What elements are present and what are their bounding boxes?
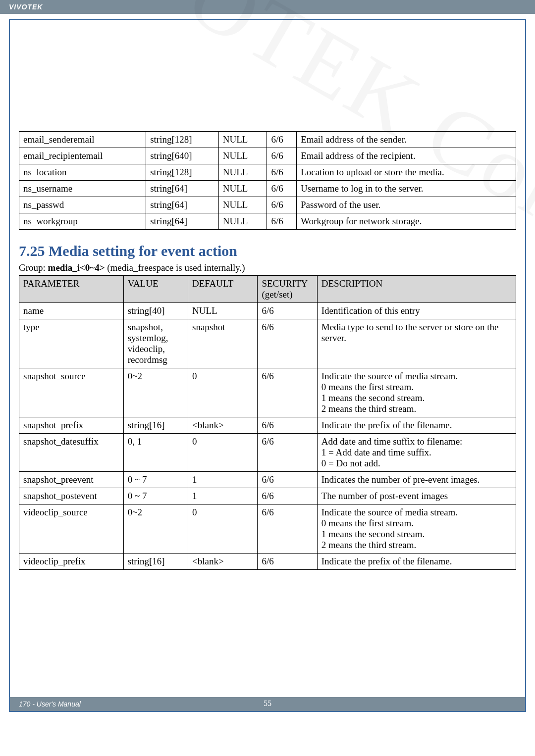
cell-p: type bbox=[19, 319, 124, 368]
cell-d: NULL bbox=[218, 164, 267, 181]
cell-p: snapshot_prefix bbox=[19, 417, 124, 434]
cell-v: string[16] bbox=[123, 554, 188, 570]
cell-s: 6/6 bbox=[267, 197, 297, 213]
cell-s: 6/6 bbox=[258, 472, 317, 488]
table-row: ns_locationstring[128]NULL6/6Location to… bbox=[19, 164, 516, 181]
cell-d: NULL bbox=[218, 132, 267, 148]
cell-v: 0, 1 bbox=[123, 434, 188, 472]
cell-s: 6/6 bbox=[258, 504, 317, 554]
table-row: snapshot_preevent0 ~ 716/6Indicates the … bbox=[19, 472, 516, 488]
cell-d: 1 bbox=[188, 472, 258, 488]
cell-desc: Email address of the sender. bbox=[297, 132, 516, 148]
cell-v: string[128] bbox=[146, 164, 219, 181]
cell-d: 1 bbox=[188, 488, 258, 504]
group-note-bold: media_i<0~4> bbox=[48, 262, 105, 273]
cell-p: ns_username bbox=[19, 181, 146, 197]
cell-s: 6/6 bbox=[258, 319, 317, 368]
col-parameter: PARAMETER bbox=[19, 276, 124, 303]
cell-desc: Password of the user. bbox=[297, 197, 516, 213]
cell-p: email_senderemail bbox=[19, 132, 146, 148]
col-security: SECURITY (get/set) bbox=[258, 276, 317, 303]
cell-d: NULL bbox=[218, 181, 267, 197]
table-row: snapshot_source0~206/6Indicate the sourc… bbox=[19, 368, 516, 417]
cell-desc: Username to log in to the server. bbox=[297, 181, 516, 197]
cell-v: string[128] bbox=[146, 132, 219, 148]
cell-d: NULL bbox=[218, 213, 267, 230]
cell-s: 6/6 bbox=[258, 417, 317, 434]
cell-d: 0 bbox=[188, 368, 258, 417]
table-row: videoclip_prefixstring[16]<blank>6/6Indi… bbox=[19, 554, 516, 570]
cell-d: <blank> bbox=[188, 554, 258, 570]
cell-d: 0 bbox=[188, 504, 258, 554]
cell-desc: Indicate the prefix of the filename. bbox=[317, 417, 516, 434]
brand-header: VIVOTEK bbox=[0, 0, 535, 14]
cell-s: 6/6 bbox=[258, 554, 317, 570]
cell-desc: Identification of this entry bbox=[317, 303, 516, 319]
cell-v: string[64] bbox=[146, 213, 219, 230]
cell-d: <blank> bbox=[188, 417, 258, 434]
table-media-params: PARAMETER VALUE DEFAULT SECURITY (get/se… bbox=[19, 275, 516, 570]
cell-desc: The number of post-event images bbox=[317, 488, 516, 504]
cell-desc: Add date and time suffix to filename:1 =… bbox=[317, 434, 516, 472]
cell-v: 0 ~ 7 bbox=[123, 472, 188, 488]
cell-v: 0 ~ 7 bbox=[123, 488, 188, 504]
group-note-prefix: Group: bbox=[19, 262, 48, 273]
cell-v: 0~2 bbox=[123, 368, 188, 417]
cell-d: NULL bbox=[218, 148, 267, 164]
group-note: Group: media_i<0~4> (media_freespace is … bbox=[19, 262, 516, 273]
table-server-params: email_senderemailstring[128]NULL6/6Email… bbox=[19, 131, 516, 230]
cell-p: snapshot_source bbox=[19, 368, 124, 417]
cell-s: 6/6 bbox=[258, 368, 317, 417]
cell-s: 6/6 bbox=[267, 213, 297, 230]
cell-p: ns_location bbox=[19, 164, 146, 181]
cell-p: videoclip_source bbox=[19, 504, 124, 554]
section-heading: 7.25 Media setting for event action bbox=[19, 243, 516, 259]
page-number: 55 bbox=[10, 699, 525, 708]
cell-desc: Email address of the recipient. bbox=[297, 148, 516, 164]
cell-s: 6/6 bbox=[267, 164, 297, 181]
cell-v: string[16] bbox=[123, 417, 188, 434]
table-row: ns_usernamestring[64]NULL6/6Username to … bbox=[19, 181, 516, 197]
cell-s: 6/6 bbox=[267, 181, 297, 197]
table-row: videoclip_source0~206/6Indicate the sour… bbox=[19, 504, 516, 554]
cell-s: 6/6 bbox=[267, 132, 297, 148]
cell-d: NULL bbox=[188, 303, 258, 319]
cell-desc: Location to upload or store the media. bbox=[297, 164, 516, 181]
content-area: VIVOTEK Confidential email_senderemailst… bbox=[10, 20, 525, 595]
cell-desc: Indicate the prefix of the filename. bbox=[317, 554, 516, 570]
cell-v: string[40] bbox=[123, 303, 188, 319]
table-row: ns_workgroupstring[64]NULL6/6Workgroup f… bbox=[19, 213, 516, 230]
table-row: snapshot_datesuffix0, 106/6Add date and … bbox=[19, 434, 516, 472]
col-default: DEFAULT bbox=[188, 276, 258, 303]
cell-p: videoclip_prefix bbox=[19, 554, 124, 570]
cell-v: snapshot, systemlog, videoclip, recordms… bbox=[123, 319, 188, 368]
cell-d: NULL bbox=[218, 197, 267, 213]
table-row: namestring[40]NULL6/6Identification of t… bbox=[19, 303, 516, 319]
cell-p: ns_workgroup bbox=[19, 213, 146, 230]
cell-p: name bbox=[19, 303, 124, 319]
group-note-suffix: (media_freespace is used internally.) bbox=[105, 262, 245, 273]
cell-p: ns_passwd bbox=[19, 197, 146, 213]
table-row: typesnapshot, systemlog, videoclip, reco… bbox=[19, 319, 516, 368]
cell-desc: Media type to send to the server or stor… bbox=[317, 319, 516, 368]
table-row: snapshot_postevent0 ~ 716/6The number of… bbox=[19, 488, 516, 504]
table-row: ns_passwdstring[64]NULL6/6Password of th… bbox=[19, 197, 516, 213]
cell-desc: Indicates the number of pre-event images… bbox=[317, 472, 516, 488]
cell-s: 6/6 bbox=[258, 488, 317, 504]
cell-s: 6/6 bbox=[258, 303, 317, 319]
table-header-row: PARAMETER VALUE DEFAULT SECURITY (get/se… bbox=[19, 276, 516, 303]
page-border: VIVOTEK Confidential email_senderemailst… bbox=[9, 19, 526, 712]
table-row: snapshot_prefixstring[16]<blank>6/6Indic… bbox=[19, 417, 516, 434]
cell-p: snapshot_postevent bbox=[19, 488, 124, 504]
col-value: VALUE bbox=[123, 276, 188, 303]
col-description: DESCRIPTION bbox=[317, 276, 516, 303]
cell-p: snapshot_preevent bbox=[19, 472, 124, 488]
cell-desc: Workgroup for network storage. bbox=[297, 213, 516, 230]
cell-p: snapshot_datesuffix bbox=[19, 434, 124, 472]
cell-s: 6/6 bbox=[258, 434, 317, 472]
cell-d: snapshot bbox=[188, 319, 258, 368]
cell-v: string[64] bbox=[146, 181, 219, 197]
cell-s: 6/6 bbox=[267, 148, 297, 164]
table-row: email_recipientemailstring[640]NULL6/6Em… bbox=[19, 148, 516, 164]
cell-v: string[64] bbox=[146, 197, 219, 213]
